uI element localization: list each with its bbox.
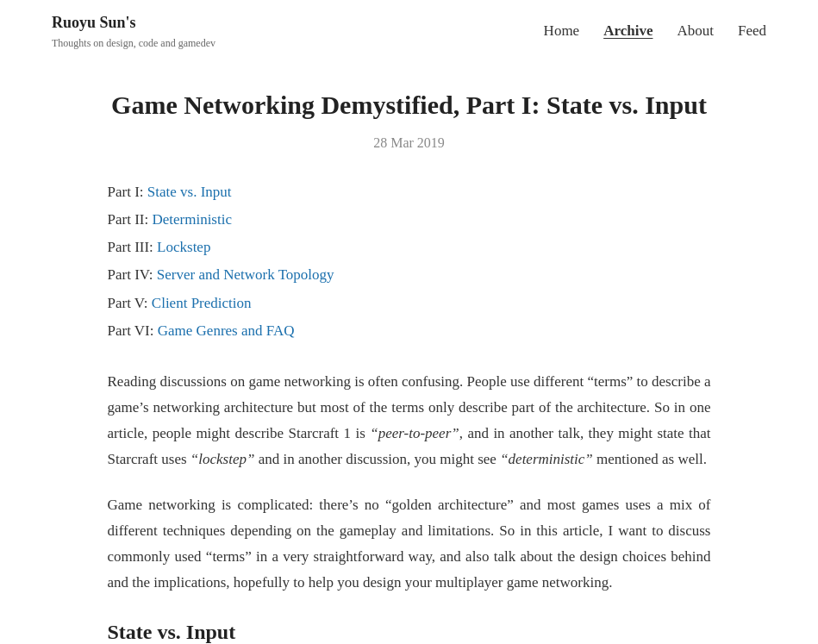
series-link-6[interactable]: Game Genres and FAQ bbox=[158, 322, 295, 339]
series-label-2: Part II: bbox=[108, 211, 153, 228]
series-navigation: Part I: State vs. Input Part II: Determi… bbox=[108, 178, 711, 346]
main-content: Game Networking Demystified, Part I: Sta… bbox=[56, 62, 763, 644]
article-title: Game Networking Demystified, Part I: Sta… bbox=[108, 88, 711, 122]
series-label-3: Part III: bbox=[108, 239, 158, 255]
nav-feed[interactable]: Feed bbox=[738, 19, 766, 42]
nav-about[interactable]: About bbox=[677, 19, 714, 42]
italic-peer-to-peer: “peer-to-peer” bbox=[370, 425, 459, 441]
series-link-1[interactable]: State vs. Input bbox=[147, 184, 232, 200]
series-item-5: Part V: Client Prediction bbox=[108, 290, 711, 317]
intro-paragraph: Reading discussions on game networking i… bbox=[108, 369, 711, 472]
italic-lockstep: “lockstep” bbox=[190, 451, 255, 467]
series-link-2[interactable]: Deterministic bbox=[152, 211, 232, 228]
series-item-4: Part IV: Server and Network Topology bbox=[108, 261, 711, 289]
series-item-3: Part III: Lockstep bbox=[108, 234, 711, 261]
series-label-5: Part V: bbox=[108, 295, 152, 311]
series-label-6: Part VI: bbox=[108, 322, 158, 339]
section-heading-state-vs-input: State vs. Input bbox=[108, 616, 711, 644]
second-paragraph: Game networking is complicated: there’s … bbox=[108, 492, 711, 595]
series-label-1: Part I: bbox=[108, 184, 147, 200]
site-brand: Ruoyu Sun's Thoughts on design, code and… bbox=[52, 10, 215, 52]
series-item-6: Part VI: Game Genres and FAQ bbox=[108, 317, 711, 345]
series-label-4: Part IV: bbox=[108, 266, 157, 283]
article-body: Reading discussions on game networking i… bbox=[108, 369, 711, 644]
italic-deterministic: “deterministic” bbox=[500, 451, 593, 467]
nav-home[interactable]: Home bbox=[544, 19, 580, 42]
main-nav: Home Archive About Feed bbox=[544, 19, 766, 42]
series-item-1: Part I: State vs. Input bbox=[108, 178, 711, 206]
series-link-3[interactable]: Lockstep bbox=[157, 239, 210, 255]
site-header: Ruoyu Sun's Thoughts on design, code and… bbox=[0, 0, 818, 62]
series-item-2: Part II: Deterministic bbox=[108, 206, 711, 234]
nav-archive[interactable]: Archive bbox=[603, 19, 653, 42]
series-link-5[interactable]: Client Prediction bbox=[152, 295, 252, 311]
series-link-4[interactable]: Server and Network Topology bbox=[157, 266, 334, 283]
site-title: Ruoyu Sun's bbox=[52, 10, 215, 35]
article-date: 28 Mar 2019 bbox=[108, 132, 711, 154]
site-tagline: Thoughts on design, code and gamedev bbox=[52, 35, 215, 52]
